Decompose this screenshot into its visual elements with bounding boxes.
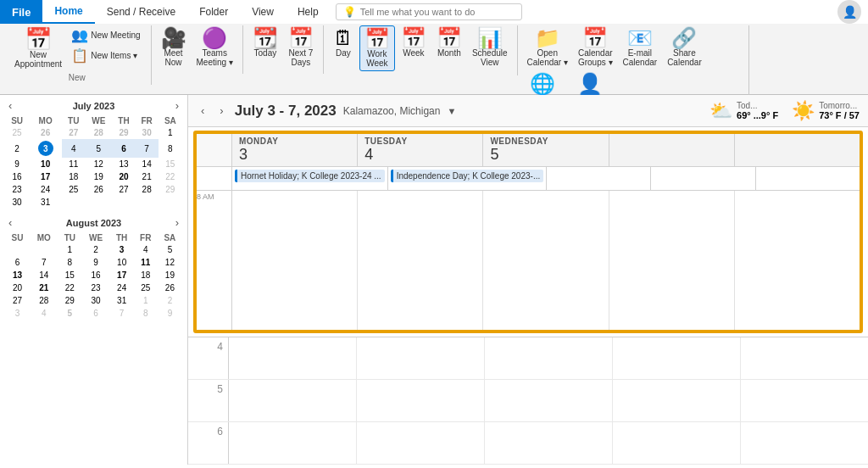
day-header-tuesday: TUESDAY 4 [358,134,483,166]
tomorrow-weather-label: Tomorro... [819,101,860,110]
tuesday-events: Independence Day; K College 2023-... [388,167,548,190]
work-week-view: MONDAY 3 TUESDAY 4 WEDNESDAY 5 THURSDAY [193,131,863,333]
ribbon-group-new: 📅 New Appointment 👥 New Meeting 📋 New It… [3,25,152,85]
week-button[interactable]: 📅 Week [397,25,431,60]
new-group-label: New [69,73,86,85]
new-appointment-button[interactable]: 📅 New Appointment [10,25,66,71]
tomorrow-weather-icon: ☀️ [792,100,815,122]
ribbon-group-meet: 🎥 MeetNow 🟣 TeamsMeeting ▾ [152,25,243,74]
new-meeting-label: New Meeting [91,31,140,40]
tab-home[interactable]: Home [42,0,94,24]
wednesday-events [547,167,651,190]
ribbon-group-arrange: 🗓 Day 📅 WorkWeek 📅 Week 📅 Month 📊 Schedu… [324,25,518,75]
thursday-events [651,167,755,190]
today-label: Today [254,48,277,58]
monday-events: Hornet Holiday; K College 2023-24 ... [232,167,388,190]
main-calendar: ‹ › July 3 - 7, 2023 Kalamazoo, Michigan… [188,95,868,465]
next7days-icon: 📅 [288,28,314,48]
location-label: Kalamazoo, Michigan [343,105,441,117]
week-icon: 📅 [401,28,426,48]
prev-week-button[interactable]: ‹ [197,103,209,119]
teams-icon: 🟣 [202,28,227,48]
email-calendar-label: E-mailCalendar [623,48,658,67]
teams-meeting-button[interactable]: 🟣 TeamsMeeting ▾ [192,25,237,70]
new-meeting-icon: 👥 [71,27,88,43]
ribbon-group-goto: 📆 Today 📅 Next 7Days [243,25,324,74]
tell-me-input[interactable] [360,7,513,17]
next7days-button[interactable]: 📅 Next 7Days [284,25,318,70]
meet-now-label: MeetNow [164,48,182,67]
location-dropdown-button[interactable]: ▼ [447,106,456,116]
month-icon: 📅 [437,28,462,48]
month-label: Month [437,48,461,58]
time-rows-area: 4 5 [188,337,868,465]
teams-meeting-label: TeamsMeeting ▾ [197,48,233,67]
today-icon: 📆 [253,28,278,48]
open-calendar-button[interactable]: 📁 OpenCalendar ▾ [523,25,572,70]
weather-widget: ⛅ Tod... 69° ...9° F ☀️ Tomorro... 73° F… [709,100,860,122]
tab-send-receive[interactable]: Send / Receive [95,0,187,24]
month-button[interactable]: 📅 Month [432,25,466,60]
new-items-label: New Items ▾ [91,51,137,60]
day-header-friday [735,134,860,166]
work-week-label: WorkWeek [366,49,387,68]
today-weather-icon: ⛅ [709,100,732,122]
work-week-button[interactable]: 📅 WorkWeek [359,25,395,71]
today-weather-label: Tod... [737,101,778,110]
calendar-permissions-icon: 👤 [577,74,603,94]
friday-events [756,167,860,190]
email-calendar-icon: 📧 [627,28,653,48]
new-items-button[interactable]: 📋 New Items ▾ [68,46,143,65]
weather-tomorrow: ☀️ Tomorro... 73° F / 57 [792,100,860,122]
calendar-groups-button[interactable]: 📅 CalendarGroups ▾ [574,25,617,70]
schedule-view-icon: 📊 [477,28,503,48]
tab-view[interactable]: View [240,0,286,24]
mini-calendar-august: ‹ August 2023 › SU MO TU WE TH FR SA [5,215,182,320]
prev-month-july-button[interactable]: ‹ [5,98,15,113]
share-calendar-button[interactable]: 🔗 ShareCalendar [663,25,706,70]
schedule-view-label: ScheduleView [472,48,508,67]
publish-icon: 🌐 [530,74,555,94]
email-calendar-button[interactable]: 📧 E-mailCalendar [619,25,662,70]
next-month-august-button[interactable]: › [172,215,182,230]
new-meeting-button[interactable]: 👥 New Meeting [68,25,143,45]
mini-calendar-july: ‹ July 2023 › SU MO TU WE TH FR SA [5,98,182,209]
sidebar: ‹ July 2023 › SU MO TU WE TH FR SA [0,95,188,465]
schedule-view-button[interactable]: 📊 ScheduleView [468,25,512,70]
tab-help[interactable]: Help [286,0,331,24]
august-calendar-title: August 2023 [66,218,121,228]
new-appointment-icon: 📅 [25,28,52,50]
day-header-monday: MONDAY 3 [232,134,358,166]
next-week-button[interactable]: › [215,103,227,119]
calendar-groups-icon: 📅 [582,28,608,48]
monday-event-1[interactable]: Hornet Holiday; K College 2023-24 ... [235,170,385,182]
next-month-july-button[interactable]: › [172,98,182,113]
new-appointment-label: New Appointment [14,50,62,69]
meet-now-icon: 🎥 [161,28,186,48]
open-calendar-label: OpenCalendar ▾ [527,48,568,67]
day-header-wednesday: WEDNESDAY 5 [483,134,609,166]
calendar-groups-label: CalendarGroups ▾ [578,48,613,67]
day-view-button[interactable]: 🗓 Day [329,25,358,60]
next7days-label: Next 7Days [288,48,313,67]
tomorrow-weather-temp: 73° F / 57 [819,110,860,120]
today-button[interactable]: 📆 Today [248,25,282,60]
week-title: July 3 - 7, 2023 [235,103,337,120]
prev-month-august-button[interactable]: ‹ [5,215,15,230]
july-calendar-title: July 2023 [73,101,115,111]
new-items-icon: 📋 [71,47,88,64]
day-header-thursday: THURSDAY [609,134,735,166]
weather-today: ⛅ Tod... 69° ...9° F [709,100,778,122]
tuesday-event-1[interactable]: Independence Day; K College 2023-... [391,170,544,182]
share-calendar-label: ShareCalendar [667,48,702,67]
day-icon: 🗓 [333,28,353,48]
open-calendar-icon: 📁 [535,28,560,48]
account-circle: 👤 [837,0,861,24]
day-label: Day [336,48,351,58]
file-tab[interactable]: File [0,0,42,24]
search-icon: 💡 [343,6,356,18]
week-label: Week [403,48,424,58]
meet-now-button[interactable]: 🎥 MeetNow [157,25,191,70]
today-weather-temp: 69° ...9° F [737,110,778,120]
tab-folder[interactable]: Folder [187,0,240,24]
